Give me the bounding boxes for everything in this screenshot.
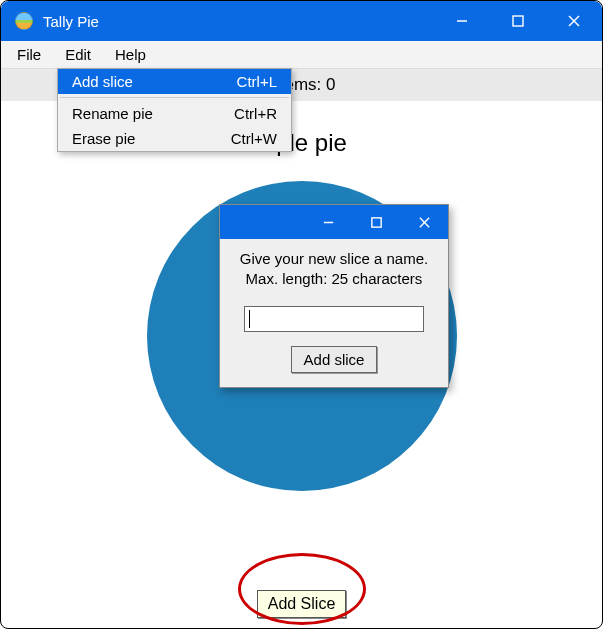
- svg-rect-5: [371, 217, 380, 226]
- dialog-close-button[interactable]: [400, 205, 448, 239]
- app-icon: [15, 12, 33, 30]
- dialog-text-line2: Max. length: 25 characters: [232, 269, 436, 289]
- menu-item-add-slice[interactable]: Add slice Ctrl+L: [58, 69, 291, 94]
- menu-separator: [60, 97, 289, 98]
- maximize-button[interactable]: [490, 1, 546, 41]
- menu-help[interactable]: Help: [103, 42, 158, 67]
- menu-item-label: Add slice: [72, 73, 225, 90]
- dialog-body: Give your new slice a name. Max. length:…: [220, 239, 448, 387]
- menu-item-erase-pie[interactable]: Erase pie Ctrl+W: [58, 126, 291, 151]
- menu-edit[interactable]: Edit: [53, 42, 103, 67]
- titlebar: Tally Pie: [1, 1, 602, 41]
- menu-item-shortcut: Ctrl+W: [231, 130, 277, 147]
- menu-item-label: Erase pie: [72, 130, 219, 147]
- dialog-maximize-button[interactable]: [352, 205, 400, 239]
- menubar: File Edit Help: [1, 41, 602, 69]
- menu-item-shortcut: Ctrl+R: [234, 105, 277, 122]
- minimize-button[interactable]: [434, 1, 490, 41]
- window-title: Tally Pie: [43, 13, 99, 30]
- add-slice-button[interactable]: Add Slice: [257, 590, 347, 618]
- menu-item-label: Rename pie: [72, 105, 222, 122]
- slice-name-input[interactable]: [244, 306, 424, 332]
- close-button[interactable]: [546, 1, 602, 41]
- svg-rect-1: [513, 16, 523, 26]
- footer: Add Slice: [1, 590, 602, 618]
- add-slice-dialog: Give your new slice a name. Max. length:…: [219, 204, 449, 388]
- menu-file[interactable]: File: [5, 42, 53, 67]
- dialog-add-slice-button[interactable]: Add slice: [291, 346, 378, 373]
- dialog-titlebar: [220, 205, 448, 239]
- menu-item-rename-pie[interactable]: Rename pie Ctrl+R: [58, 101, 291, 126]
- dialog-text-line1: Give your new slice a name.: [232, 249, 436, 269]
- text-caret: [249, 310, 250, 328]
- menu-item-shortcut: Ctrl+L: [237, 73, 277, 90]
- edit-dropdown: Add slice Ctrl+L Rename pie Ctrl+R Erase…: [57, 68, 292, 152]
- dialog-minimize-button[interactable]: [304, 205, 352, 239]
